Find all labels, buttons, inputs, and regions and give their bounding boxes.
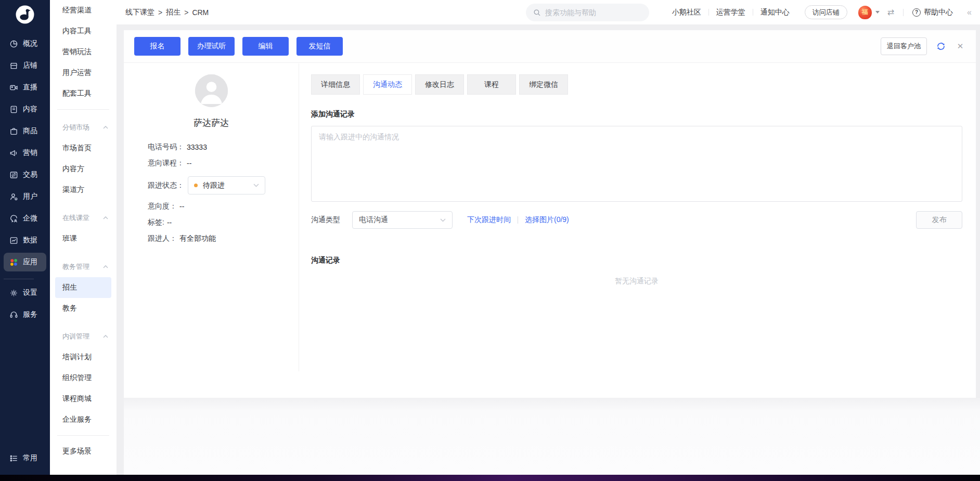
global-search[interactable] [526,4,649,21]
rail-item-apps[interactable]: 应用 [4,253,46,271]
field-phone: 电话号码： 33333 [148,142,299,152]
return-to-pool-button[interactable]: 退回客户池 [881,37,927,55]
submenu-item[interactable]: 经营渠道 [55,0,111,21]
customer-avatar [195,74,228,107]
close-icon[interactable]: ✕ [955,41,965,51]
submenu-item[interactable]: 课程商城 [55,388,111,409]
rail-nav: 概况 店铺 直播 内容 商品 营销 [4,34,46,324]
submenu-divider [57,435,109,436]
rail-item-label: 内容 [23,105,37,114]
communication-type-row: 沟通类型 电话沟通 下次跟进时间 选择图片(0/9) 发布 [311,211,962,229]
tab-courses[interactable]: 课程 [467,74,516,95]
tab-bind-wechat[interactable]: 绑定微信 [519,74,568,95]
collapse-chevrons-icon[interactable]: « [967,8,971,17]
rail-item-marketing[interactable]: 营销 [4,144,46,162]
communication-type-select[interactable]: 电话沟通 [352,211,453,229]
tab-communication[interactable]: 沟通动态 [363,74,412,95]
switch-shop-icon[interactable]: ⇄ [887,7,894,17]
submenu-item-more[interactable]: 更多场景 [55,441,111,462]
gear-icon [9,289,18,297]
main-area: 线下课堂 > 招生 > CRM 小鹅社区 运营学堂 通知中心 访问店铺 福 ⇄ [117,0,980,481]
edit-button[interactable]: 编辑 [242,37,289,56]
app-root: 概况 店铺 直播 内容 商品 营销 [0,0,980,481]
tab-detail-info[interactable]: 详细信息 [311,74,360,95]
signup-button[interactable]: 报名 [134,37,180,56]
topbar-links: 小鹅社区 运营学堂 通知中心 [665,8,797,17]
rail-item-data[interactable]: 数据 [4,231,46,250]
submenu-item[interactable]: 教务 [55,298,111,319]
submenu-item-admissions[interactable]: 招生 [55,277,111,298]
help-center[interactable]: ? 帮助中心 [912,8,953,17]
caret-down-icon[interactable] [875,11,880,14]
next-followup-link[interactable]: 下次跟进时间 [467,215,511,225]
trial-button[interactable]: 办理试听 [188,37,235,56]
submenu-item[interactable]: 班课 [55,228,111,249]
link-notifications[interactable]: 通知中心 [753,8,797,17]
link-community[interactable]: 小鹅社区 [665,8,708,17]
field-label: 电话号码： [148,142,184,152]
field-label: 跟进人： [148,234,177,243]
detail-tabs: 详细信息 沟通动态 修改日志 课程 绑定微信 [311,74,962,95]
visit-shop-button[interactable]: 访问店铺 [805,5,847,19]
content-doc-icon [9,105,18,114]
breadcrumb-admissions[interactable]: 招生 [166,8,180,17]
submenu-section-distribution[interactable]: 分销市场 [50,117,117,138]
submenu-item[interactable]: 渠道方 [55,179,111,200]
submenu-item[interactable]: 用户运营 [55,62,111,83]
pick-image-link[interactable]: 选择图片(0/9) [525,215,569,225]
submenu-item[interactable]: 组织管理 [55,368,111,388]
rail-item-wecom[interactable]: 企微 [4,209,46,228]
account-avatar[interactable]: 福 [858,6,872,19]
rail-item-label: 企微 [23,214,37,223]
desktop-taskbar-strip [0,475,980,481]
submenu-section-academic[interactable]: 教务管理 [50,256,117,277]
rail-item-label: 用户 [23,192,37,201]
type-label: 沟通类型 [311,215,340,225]
submenu-section-online-class[interactable]: 在线课堂 [50,207,117,228]
follow-status-select[interactable]: 待跟进 [188,176,265,194]
rail-item-service[interactable]: 服务 [4,305,46,324]
link-academy[interactable]: 运营学堂 [709,8,753,17]
communication-panel: 详细信息 沟通动态 修改日志 课程 绑定微信 添加沟通记录 沟通类型 电话沟通 … [311,63,962,286]
communication-textarea[interactable] [311,126,962,202]
submenu-item[interactable]: 企业服务 [55,409,111,430]
field-intent-level: 意向度： -- [148,202,299,211]
type-value: 电话沟通 [359,215,388,225]
submenu-item[interactable]: 培训计划 [55,347,111,368]
field-follow-status: 跟进状态： 待跟进 [148,176,299,194]
submenu-item[interactable]: 配套工具 [55,83,111,104]
submenu-item[interactable]: 内容工具 [55,21,111,42]
rail-item-content[interactable]: 内容 [4,100,46,119]
rail-item-store[interactable]: 店铺 [4,56,46,75]
rail-item-goods[interactable]: 商品 [4,122,46,140]
data-chart-icon [9,236,18,245]
search-input[interactable] [545,8,643,17]
rail-item-users[interactable]: 用户 [4,187,46,206]
tab-change-log[interactable]: 修改日志 [415,74,464,95]
page-background-lower [124,398,980,475]
rail-item-trade[interactable]: 交易 [4,165,46,184]
submenu-section-label: 分销市场 [62,123,89,132]
field-value: -- [179,202,184,211]
help-center-label: 帮助中心 [924,8,953,17]
rail-item-label: 常用 [23,453,37,463]
send-sms-button[interactable]: 发短信 [296,37,343,56]
refresh-icon[interactable] [936,41,946,51]
submenu-item[interactable]: 市场首页 [55,138,111,159]
submenu-item[interactable]: 内容方 [55,159,111,179]
pie-chart-icon [9,40,18,48]
publish-button[interactable]: 发布 [916,211,962,229]
breadcrumb-offline-class[interactable]: 线下课堂 [125,8,154,17]
goods-bag-icon [9,127,18,136]
rail-item-live[interactable]: 直播 [4,78,46,97]
rail-item-settings[interactable]: 设置 [4,283,46,302]
submenu-section-training[interactable]: 内训管理 [50,326,117,347]
field-follower: 跟进人： 有全部功能 [148,234,299,243]
follow-status-value: 待跟进 [203,181,225,190]
rail-item-overview[interactable]: 概况 [4,34,46,53]
rail-item-label: 概况 [23,39,37,48]
action-toolbar: 报名 办理试听 编辑 发短信 退回客户池 ✕ [124,30,976,63]
add-record-title: 添加沟通记录 [311,110,962,119]
submenu-item[interactable]: 营销玩法 [55,42,111,62]
rail-item-frequent[interactable]: 常用 [4,449,46,467]
